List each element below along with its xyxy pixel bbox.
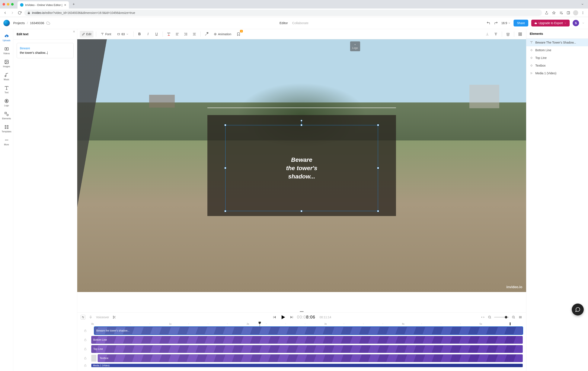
share-button[interactable]: Share (514, 20, 528, 26)
rail-logo[interactable]: R Logo (0, 97, 13, 108)
rail-elements[interactable]: Elements (0, 110, 13, 121)
track-lock-icon[interactable] (81, 329, 90, 332)
playlist-icon[interactable] (558, 10, 564, 15)
rail-templates[interactable]: Templates (0, 123, 13, 135)
bookmark-new-button[interactable] (235, 31, 242, 38)
rail-videos[interactable]: Videos (0, 45, 13, 56)
maximize-window[interactable] (11, 3, 14, 6)
tabs-overflow-icon[interactable] (579, 1, 586, 7)
zoom-out-button[interactable] (487, 315, 492, 319)
bookmark-icon[interactable] (551, 10, 556, 15)
browser-menu-icon[interactable] (580, 10, 586, 15)
new-tab-button[interactable]: + (71, 1, 77, 7)
text-selection-box[interactable]: Beware the tower's shadow... (225, 125, 378, 211)
timeline-clip-media[interactable]: Media 1 (Video) (91, 364, 523, 367)
user-avatar[interactable]: S (573, 20, 579, 26)
settings-toggle-icon[interactable] (81, 315, 85, 319)
font-dropdown[interactable]: Font (99, 31, 113, 38)
back-button[interactable] (2, 10, 8, 15)
rail-uploads[interactable]: Uploads (0, 32, 13, 43)
undo-button[interactable] (486, 21, 491, 25)
text-body: the tower's shadow... (20, 51, 48, 54)
cut-button[interactable] (112, 315, 117, 319)
underline-button[interactable]: U (153, 31, 160, 38)
bold-button[interactable]: B (136, 31, 143, 38)
element-item-textbox[interactable]: Textbox (526, 62, 588, 69)
tab-collaborate[interactable]: Collaborate (292, 21, 308, 25)
current-time: 00:08:06 (297, 315, 315, 319)
zoom-slider[interactable] (494, 317, 509, 318)
chat-icon (575, 307, 580, 312)
end-marker[interactable] (510, 322, 511, 325)
address-bar[interactable]: invideo.io/editor?video_id=16349336&dime… (24, 10, 542, 16)
close-tab-icon[interactable]: ✕ (64, 3, 66, 7)
timeline: 0s 1s 2s 3s 4s 5s (77, 322, 526, 371)
play-button[interactable] (280, 314, 286, 320)
reload-button[interactable] (17, 10, 22, 15)
timeline-clip-textbox[interactable]: Textbox (98, 354, 523, 362)
italic-button[interactable]: I (145, 31, 151, 38)
align-center-button[interactable] (191, 31, 198, 38)
rail-more[interactable]: More (0, 136, 13, 148)
minimize-window[interactable] (7, 3, 9, 6)
svg-marker-5 (562, 13, 563, 14)
rail-text[interactable]: Text (0, 84, 13, 95)
animation-button[interactable]: Animation (212, 31, 233, 38)
next-button[interactable] (289, 315, 294, 319)
rail-images[interactable]: Images (0, 58, 13, 69)
edit-text-card[interactable]: Beware the tower's shadow... (17, 43, 74, 58)
video-frame[interactable]: + Logo (77, 39, 526, 292)
track-lock-icon[interactable] (81, 348, 90, 350)
close-panel-icon[interactable]: ✕ (73, 30, 75, 33)
svg-point-28 (7, 140, 8, 140)
fit-button[interactable] (481, 315, 485, 319)
align-left-button[interactable] (174, 31, 181, 38)
browser-tab[interactable]: InVideo - Online Video Editor | ✕ (18, 1, 69, 9)
user-menu-chevron-icon[interactable] (582, 22, 585, 24)
prev-button[interactable] (272, 315, 277, 319)
rail-music[interactable]: Music (0, 71, 13, 82)
playhead[interactable] (260, 322, 260, 326)
element-item-bottom-line[interactable]: Bottom Line (526, 46, 588, 54)
track-lock-icon[interactable] (81, 364, 90, 367)
panel-icon[interactable] (566, 10, 571, 15)
element-item-text[interactable]: Beware The Tower's Shadow... (526, 39, 588, 46)
timeline-options-icon[interactable] (518, 315, 523, 319)
font-size-dropdown[interactable]: 63 (115, 31, 131, 38)
share-icon[interactable] (544, 10, 549, 15)
magic-button[interactable] (203, 31, 210, 38)
redo-button[interactable] (494, 21, 498, 25)
left-rail: Uploads Videos Images Music Text R Logo (0, 29, 13, 371)
aspect-ratio-dropdown[interactable]: 16:9 (501, 21, 511, 25)
track-lock-icon[interactable] (81, 338, 90, 341)
profile-avatar[interactable] (573, 10, 578, 15)
upgrade-export-button[interactable]: Upgrade to Export (531, 20, 570, 26)
chat-fab[interactable] (572, 304, 584, 316)
line-spacing-button[interactable] (182, 31, 189, 38)
timeline-clip-text[interactable]: Beware the tower's shadow... (94, 327, 523, 335)
timeline-resize-handle[interactable] (77, 311, 526, 312)
mic-icon[interactable] (88, 315, 93, 319)
tab-editor[interactable]: Editor (280, 21, 288, 25)
layer-down-button[interactable] (484, 31, 491, 38)
overlay-text[interactable]: Beware the tower's shadow... (226, 125, 378, 211)
element-item-top-line[interactable]: Top Line (526, 54, 588, 62)
edit-mode-button[interactable]: Edit (80, 31, 94, 38)
voiceover-label[interactable]: Voiceover (96, 316, 109, 319)
text-color-button[interactable] (165, 31, 172, 38)
track-lock-icon[interactable] (81, 357, 90, 360)
add-logo-placeholder[interactable]: + Logo (350, 42, 360, 51)
app-logo-icon[interactable] (3, 20, 10, 26)
timeline-clip-top-line[interactable]: Top Line (91, 345, 523, 353)
delete-button[interactable] (504, 31, 511, 38)
timeline-ruler[interactable]: 0s 1s 2s 3s 4s 5s (91, 322, 523, 326)
element-item-media[interactable]: Media 1 (Video) (526, 69, 588, 77)
grid-button[interactable] (517, 31, 524, 38)
close-window[interactable] (2, 3, 5, 6)
projects-link[interactable]: Projects (13, 21, 25, 25)
timeline-clip-bottom-line[interactable]: Bottom Line (91, 336, 523, 344)
forward-button[interactable] (10, 10, 15, 15)
top-line-element[interactable] (207, 107, 396, 108)
zoom-in-button[interactable] (511, 315, 516, 319)
layer-up-button[interactable] (493, 31, 499, 38)
